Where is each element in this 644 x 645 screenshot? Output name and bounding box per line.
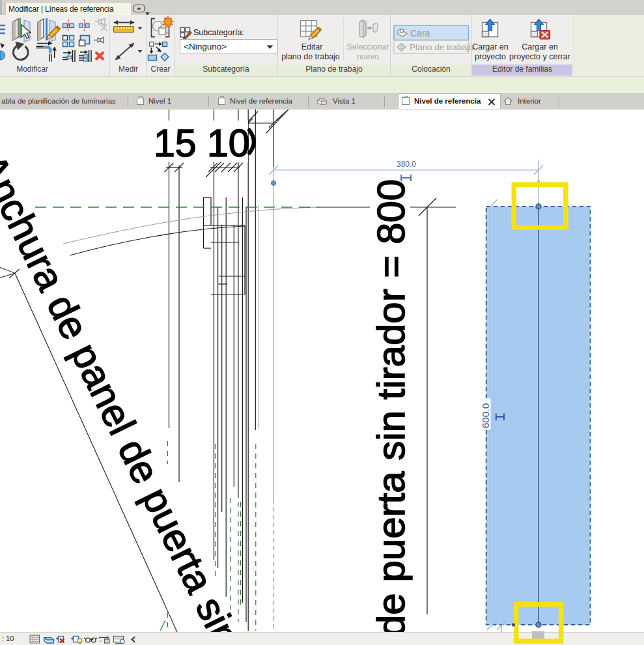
svg-text:proyecto: proyecto: [475, 52, 506, 61]
svg-text:plano de trabajo: plano de trabajo: [281, 52, 340, 61]
svg-text:de puerta sin tirador = 800: de puerta sin tirador = 800: [369, 179, 413, 637]
svg-text:Plano de trabajo: Plano de trabajo: [410, 42, 473, 52]
svg-text:600.0: 600.0: [480, 403, 491, 428]
svg-text:Cargar en: Cargar en: [472, 42, 509, 51]
svg-text:Cara: Cara: [410, 28, 430, 38]
svg-text:15 10: 15 10: [154, 122, 250, 165]
svg-text:Cargar en: Cargar en: [522, 42, 558, 51]
svg-text:nuevo: nuevo: [357, 52, 379, 61]
svg-text:380.0: 380.0: [397, 160, 416, 169]
svg-text:Subcategoría:: Subcategoría:: [193, 28, 244, 37]
svg-text:proyecto y cerrar: proyecto y cerrar: [509, 52, 570, 61]
svg-text:Seleccionar: Seleccionar: [346, 42, 389, 51]
svg-text:Editar: Editar: [301, 42, 323, 51]
